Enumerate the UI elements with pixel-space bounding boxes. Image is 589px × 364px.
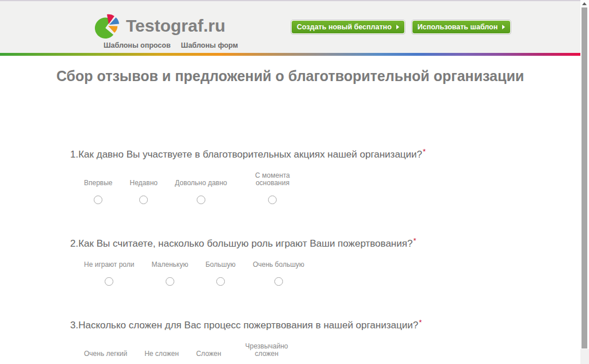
brand-title[interactable]: Testograf.ru: [126, 16, 225, 36]
pie-chart-logo-icon[interactable]: [94, 12, 122, 39]
answer-option: Впервые: [84, 172, 113, 204]
answer-option: Чрезвычайно сложен: [239, 343, 295, 364]
question-options: Впервые Недавно Довольно давно С момента…: [84, 172, 580, 204]
option-label: Довольно давно: [175, 179, 227, 187]
question-text: Как давно Вы участвуете в благотворитель…: [78, 149, 422, 160]
option-label: Сложен: [196, 350, 221, 358]
option-label: С момента основания: [244, 172, 301, 187]
answer-option: Большую: [205, 261, 235, 286]
question-text: Насколько сложен для Вас процесс пожертв…: [78, 320, 418, 331]
required-asterisk: *: [419, 318, 422, 327]
radio-button[interactable]: [166, 277, 174, 286]
option-label: Впервые: [84, 179, 113, 187]
survey-question: 1.Как давно Вы участвуете в благотворите…: [70, 146, 580, 204]
survey-content: Сбор отзывов и предложений о благотворит…: [0, 68, 580, 364]
option-label: Не сложен: [144, 350, 179, 358]
required-asterisk: *: [413, 236, 416, 245]
use-template-button[interactable]: Использовать шаблон: [412, 20, 511, 34]
required-asterisk: *: [423, 147, 426, 156]
radio-button[interactable]: [216, 277, 225, 286]
nav-link-form-templates[interactable]: Шаблоны форм: [181, 41, 238, 49]
radio-button[interactable]: [268, 196, 277, 204]
answer-option: Довольно давно: [175, 172, 227, 204]
answer-option: Недавно: [130, 172, 158, 204]
rainbow-divider: [0, 53, 580, 56]
header-nav: Шаблоны опросов Шаблоны форм: [104, 41, 238, 49]
arrow-right-icon: [502, 25, 505, 29]
radio-button[interactable]: [94, 196, 102, 204]
option-label: Чрезвычайно сложен: [239, 343, 295, 358]
radio-button[interactable]: [139, 196, 148, 204]
scroll-up-arrow-icon[interactable]: [582, 2, 587, 5]
questions-list: 1.Как давно Вы участвуете в благотворите…: [70, 146, 580, 364]
survey-question: 2.Как Вы считаете, насколько большую рол…: [70, 235, 580, 286]
question-text: Как Вы считаете, насколько большую роль …: [78, 238, 412, 249]
header-actions: Создать новый бесплатно Использовать шаб…: [291, 20, 511, 34]
answer-option: Очень легкий: [84, 343, 127, 364]
question-number: 2.: [70, 238, 78, 249]
scrollbar-thumb[interactable]: [582, 7, 587, 348]
arrow-right-icon: [396, 25, 399, 29]
nav-link-survey-templates[interactable]: Шаблоны опросов: [104, 41, 171, 49]
scrollbar-track-bottom[interactable]: [580, 349, 589, 364]
option-label: Маленькую: [151, 261, 188, 269]
question-options: Не играют роли Маленькую Большую Очень б…: [84, 261, 580, 286]
answer-option: Сложен: [196, 343, 221, 364]
question-number: 3.: [70, 320, 78, 331]
scrollbar[interactable]: [580, 0, 589, 364]
option-label: Очень большую: [253, 261, 304, 269]
option-label: Недавно: [130, 179, 158, 187]
site-header: Testograf.ru Шаблоны опросов Шаблоны фор…: [0, 1, 580, 53]
answer-option: Маленькую: [151, 261, 188, 286]
answer-option: С момента основания: [244, 172, 301, 204]
option-label: Не играют роли: [84, 261, 134, 269]
create-new-free-button[interactable]: Создать новый бесплатно: [291, 20, 405, 34]
radio-button[interactable]: [197, 196, 205, 204]
question-options: Очень легкий Не сложен Сложен Чрезвычайн…: [84, 343, 580, 364]
answer-option: Не сложен: [144, 343, 179, 364]
use-template-label: Использовать шаблон: [418, 23, 498, 31]
question-number: 1.: [70, 149, 78, 160]
radio-button[interactable]: [105, 277, 113, 286]
page: Testograf.ru Шаблоны опросов Шаблоны фор…: [0, 1, 580, 364]
option-label: Очень легкий: [84, 350, 127, 358]
create-new-free-label: Создать новый бесплатно: [297, 23, 392, 31]
survey-title: Сбор отзывов и предложений о благотворит…: [0, 68, 580, 85]
answer-option: Очень большую: [253, 261, 304, 286]
option-label: Большую: [205, 261, 235, 269]
radio-button[interactable]: [274, 277, 283, 286]
answer-option: Не играют роли: [84, 261, 134, 286]
survey-question: 3.Насколько сложен для Вас процесс пожер…: [70, 317, 580, 364]
